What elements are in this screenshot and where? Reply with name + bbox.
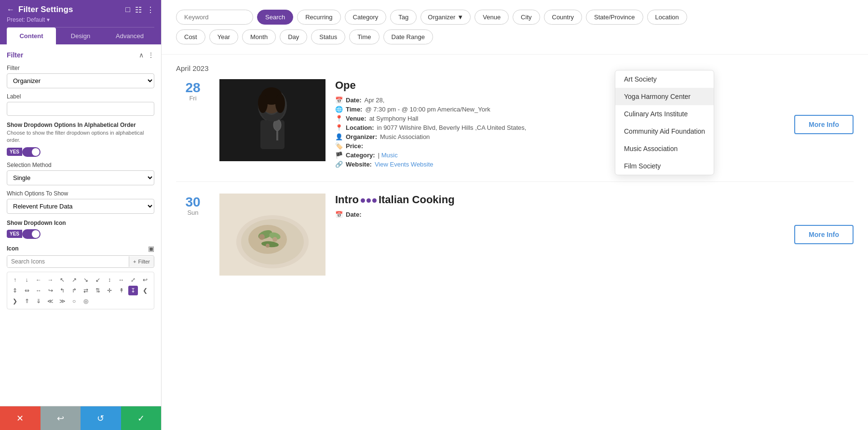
organizer-chip[interactable]: Organizer ▼ xyxy=(420,10,471,25)
month-chip[interactable]: Month xyxy=(242,29,276,44)
collapse-icon[interactable]: ∧ xyxy=(139,51,144,59)
icon-filter-button[interactable]: + Filter xyxy=(129,256,154,267)
confirm-button[interactable]: ✓ xyxy=(121,406,162,430)
icon-cell[interactable]: ↖ xyxy=(57,275,67,285)
icon-cell[interactable]: ⇔ xyxy=(22,286,32,295)
icon-cell[interactable]: ◎ xyxy=(81,296,91,306)
icon-cell[interactable]: ↔ xyxy=(117,275,126,285)
icon-cell[interactable]: ↔ xyxy=(34,286,43,295)
tab-design[interactable]: Design xyxy=(56,28,105,44)
dropdown-item-community-aid[interactable]: Community Aid Foundation xyxy=(615,123,714,140)
dropdown-item-music-association[interactable]: Music Association xyxy=(615,140,714,157)
location-chip[interactable]: Location xyxy=(647,10,687,25)
icon-cell[interactable]: ≪ xyxy=(46,296,55,306)
time-chip[interactable]: Time xyxy=(349,29,379,44)
dropdown-item-art-society[interactable]: Art Society xyxy=(615,70,714,88)
icon-cell[interactable]: ⇅ xyxy=(93,286,103,295)
icon-cell[interactable]: ○ xyxy=(69,296,79,306)
icon-cell[interactable]: ❯ xyxy=(10,296,20,306)
icon-cell[interactable]: ≫ xyxy=(57,296,67,306)
icon-cell[interactable] xyxy=(140,296,150,306)
icon-cell[interactable]: ⇑ xyxy=(22,296,32,306)
recurring-chip[interactable]: Recurring xyxy=(297,10,340,25)
clock-icon: 🌐 xyxy=(335,106,343,113)
date-range-chip[interactable]: Date Range xyxy=(383,29,433,44)
event-details-2: Intro Italian Cooking 📅 Date: xyxy=(335,194,785,220)
search-chip[interactable]: Search xyxy=(257,10,293,25)
icon-search-input[interactable] xyxy=(7,256,129,267)
icon-cell[interactable]: ← xyxy=(34,275,43,285)
icon-cell[interactable] xyxy=(128,296,138,306)
venue-chip[interactable]: Venue xyxy=(475,10,509,25)
svg-point-9 xyxy=(258,94,268,113)
status-chip[interactable]: Status xyxy=(311,29,345,44)
icon-cell[interactable]: ↘ xyxy=(81,275,91,285)
svg-point-20 xyxy=(266,244,270,248)
icon-cell[interactable]: ↙ xyxy=(93,275,103,285)
svg-rect-4 xyxy=(276,131,278,140)
icon-cell[interactable]: ↩ xyxy=(140,275,150,285)
state-province-chip[interactable]: State/Province xyxy=(586,10,643,25)
city-chip[interactable]: City xyxy=(513,10,540,25)
tab-content[interactable]: Content xyxy=(7,28,56,44)
alphabetical-toggle[interactable] xyxy=(22,147,41,157)
icon-cell[interactable]: ↑ xyxy=(10,275,20,285)
icon-cell[interactable]: ↱ xyxy=(69,286,79,295)
icon-expand-button[interactable]: ▣ xyxy=(148,245,154,252)
expand-icon[interactable]: □ xyxy=(125,5,130,14)
selection-method-select[interactable]: Single xyxy=(7,170,154,185)
music-category-link[interactable]: Music xyxy=(381,152,398,159)
icon-cell[interactable]: ↟ xyxy=(117,286,126,295)
icon-cell[interactable]: → xyxy=(46,275,55,285)
dropdown-item-film-society[interactable]: Film Society xyxy=(615,157,714,175)
category-chip[interactable]: Category xyxy=(345,10,387,25)
more-info-button-1[interactable]: More Info xyxy=(794,115,854,134)
plus-icon: + xyxy=(133,259,136,264)
dropdown-item-culinary-arts[interactable]: Culinary Arts Institute xyxy=(615,105,714,123)
back-icon[interactable]: ← xyxy=(7,5,14,14)
icon-cell[interactable]: ↪ xyxy=(46,286,55,295)
country-chip[interactable]: Country xyxy=(544,10,583,25)
tag-chip[interactable]: Tag xyxy=(390,10,417,25)
icon-cell[interactable]: ❮ xyxy=(140,286,150,295)
cancel-button[interactable]: ✕ xyxy=(0,406,41,430)
view-events-website-link[interactable]: View Events Website xyxy=(375,161,434,168)
icon-cell[interactable]: ⇄ xyxy=(81,286,91,295)
icon-cell[interactable] xyxy=(105,296,114,306)
dropdown-item-yoga-harmony[interactable]: Yoga Harmony Center xyxy=(615,88,714,105)
keyword-input[interactable] xyxy=(176,10,253,25)
more-info-button-2[interactable]: More Info xyxy=(794,225,854,244)
icon-cell[interactable]: ⇓ xyxy=(34,296,43,306)
location-value: in 9077 Wilshire Blvd, Beverly Hills ,CA… xyxy=(377,124,527,131)
redo-button[interactable]: ↺ xyxy=(81,406,121,430)
icon-cell[interactable]: ↧ xyxy=(128,286,138,295)
filter-select[interactable]: Organizer xyxy=(7,73,154,88)
show-dropdown-icon-toggle[interactable] xyxy=(22,229,41,239)
preset-selector[interactable]: Preset: Default ▾ xyxy=(7,16,154,23)
which-options-select[interactable]: Relevent Future Data xyxy=(7,199,154,214)
cost-chip[interactable]: Cost xyxy=(176,29,205,44)
undo-button[interactable]: ↩ xyxy=(41,406,81,430)
icon-cell[interactable]: ↕ xyxy=(105,275,114,285)
icon-cell[interactable]: ↗ xyxy=(69,275,79,285)
icon-cell[interactable]: ↰ xyxy=(57,286,67,295)
section-more-icon[interactable]: ⋮ xyxy=(148,51,154,59)
category-value: | Music xyxy=(378,152,398,159)
label-input[interactable] xyxy=(7,102,154,116)
icon-cell[interactable]: ⇕ xyxy=(10,286,20,295)
icon-cell[interactable] xyxy=(117,296,126,306)
website-icon: 🔗 xyxy=(335,161,343,168)
date-label: Date: xyxy=(346,97,362,104)
icon-cell[interactable]: ✛ xyxy=(105,286,114,295)
icon-cell[interactable]: ↓ xyxy=(22,275,32,285)
icon-cell[interactable] xyxy=(93,296,103,306)
grid-icon[interactable]: ☷ xyxy=(135,5,142,14)
organizer-label: Organizer: xyxy=(346,133,377,140)
day-chip[interactable]: Day xyxy=(280,29,307,44)
more-options-icon[interactable]: ⋮ xyxy=(147,5,154,14)
event-image xyxy=(219,79,326,161)
icon-cell[interactable]: ⤢ xyxy=(128,275,138,285)
tab-advanced[interactable]: Advanced xyxy=(105,28,154,44)
calendar-icon: 📅 xyxy=(335,97,343,104)
year-chip[interactable]: Year xyxy=(209,29,238,44)
